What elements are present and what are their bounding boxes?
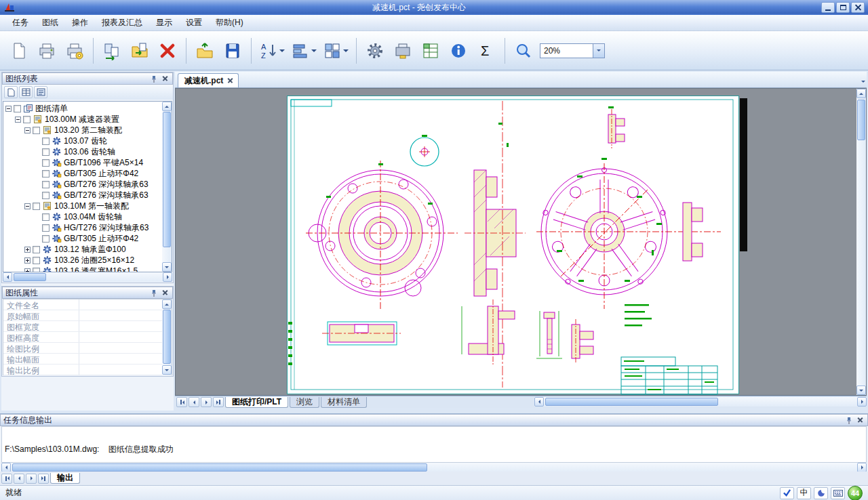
drawing-canvas[interactable] — [175, 88, 867, 396]
ime-keyboard-button[interactable] — [831, 487, 845, 499]
new-sheet-button[interactable] — [4, 86, 18, 98]
tree-vertical-scrollbar[interactable] — [162, 102, 172, 272]
prop-row[interactable]: 绘图比例 — [3, 343, 172, 354]
scrollbar-thumb[interactable] — [545, 398, 718, 406]
panel-close-button[interactable] — [855, 416, 865, 425]
prop-row[interactable]: 输出幅面 — [3, 354, 172, 364]
checkbox[interactable] — [42, 170, 50, 178]
scrollbar-thumb[interactable] — [14, 273, 46, 281]
settings-button[interactable] — [361, 36, 389, 66]
document-tab[interactable]: 减速机.pct — [178, 73, 239, 87]
tree-item[interactable]: GB/T305 止动环Φ42 — [3, 168, 172, 179]
prop-row[interactable]: 图框高度 — [3, 332, 172, 343]
prop-value[interactable] — [79, 332, 172, 342]
publish-button[interactable] — [389, 36, 416, 66]
props-vertical-scrollbar[interactable] — [162, 299, 172, 375]
tree-item[interactable]: 103.12 轴承盖Φ100 — [3, 244, 172, 255]
checkbox[interactable] — [33, 257, 40, 264]
checkbox[interactable] — [23, 116, 31, 123]
checkbox[interactable] — [14, 105, 21, 112]
tree-item[interactable]: 103.04M 齿轮轴 — [3, 211, 172, 222]
checkbox[interactable] — [33, 127, 40, 134]
output-horizontal-scrollbar[interactable] — [1, 463, 867, 472]
expand-icon[interactable] — [24, 257, 31, 264]
scroll-left-button[interactable] — [3, 272, 12, 282]
report-button[interactable] — [417, 36, 444, 66]
minimize-button[interactable] — [821, 2, 835, 13]
first-page-button[interactable] — [176, 397, 187, 407]
prop-row[interactable]: 图框宽度 — [3, 321, 172, 332]
last-page-button[interactable] — [213, 397, 224, 407]
layout-button[interactable] — [288, 36, 319, 66]
collapse-icon[interactable] — [24, 127, 31, 133]
menu-display[interactable]: 显示 — [149, 15, 179, 30]
tree-item[interactable]: 103.20 第二轴装配 — [3, 125, 172, 136]
print-setup-button[interactable] — [61, 36, 88, 66]
scroll-right-button[interactable] — [857, 463, 867, 472]
check-button[interactable] — [780, 487, 794, 499]
menu-settings[interactable]: 设置 — [179, 15, 209, 30]
sort-button[interactable]: A Z — [256, 36, 288, 66]
checkbox[interactable] — [33, 246, 40, 253]
tree-item[interactable]: 103.07 齿轮 — [3, 136, 172, 146]
prop-value[interactable] — [79, 354, 172, 364]
prev-button[interactable] — [14, 474, 24, 484]
tree-item[interactable]: GB/T1096 平键A5×14 — [3, 157, 172, 168]
scrollbar-thumb[interactable] — [857, 100, 865, 140]
scroll-left-button[interactable] — [534, 397, 544, 407]
tree-item[interactable]: GB/T305 止动环Φ42 — [3, 233, 172, 244]
scroll-up-button[interactable] — [856, 89, 866, 98]
prop-row[interactable]: 原始幅面 — [3, 310, 172, 321]
maximize-button[interactable] — [836, 2, 850, 13]
import-drawings-button[interactable] — [98, 36, 125, 66]
next-page-button[interactable] — [201, 397, 212, 407]
last-button[interactable] — [38, 474, 49, 484]
canvas-horizontal-scrollbar[interactable] — [534, 397, 867, 407]
tree-item[interactable]: GB/T276 深沟球轴承63 — [3, 190, 172, 201]
checkbox[interactable] — [42, 148, 50, 156]
checkbox[interactable] — [42, 213, 50, 221]
menu-operation[interactable]: 操作 — [65, 15, 95, 30]
chevron-down-icon[interactable] — [311, 49, 317, 55]
menu-report[interactable]: 报表及汇总 — [95, 15, 149, 30]
scroll-up-button[interactable] — [162, 299, 172, 309]
collapse-icon[interactable] — [5, 106, 12, 112]
tab-list-button[interactable] — [861, 75, 865, 85]
tree-item[interactable]: 103.00M 减速器装置 — [3, 114, 172, 125]
prop-value[interactable] — [79, 321, 172, 331]
first-button[interactable] — [1, 474, 12, 484]
menu-drawing[interactable]: 图纸 — [35, 15, 65, 30]
print-button[interactable] — [33, 36, 60, 66]
scroll-right-button[interactable] — [857, 397, 867, 407]
prop-row[interactable]: 文件全名 — [3, 299, 172, 310]
prev-page-button[interactable] — [189, 397, 199, 407]
checkbox[interactable] — [33, 203, 40, 210]
menu-task[interactable]: 任务 — [5, 15, 35, 30]
scroll-up-button[interactable] — [162, 102, 172, 111]
checkbox[interactable] — [42, 192, 50, 199]
ime-speed-badge[interactable]: 44 — [848, 486, 863, 500]
panel-close-button[interactable] — [160, 289, 170, 297]
prop-value[interactable] — [79, 299, 172, 310]
checkbox[interactable] — [42, 138, 50, 145]
table-view-button[interactable] — [19, 86, 33, 98]
collapse-icon[interactable] — [15, 117, 21, 123]
pin-button[interactable] — [149, 75, 159, 83]
tree-item[interactable]: 103.26 油圈25×16×12 — [3, 255, 172, 266]
checkbox[interactable] — [33, 268, 40, 273]
tree-item[interactable]: GB/T276 深沟球轴承63 — [3, 179, 172, 190]
zoom-combobox[interactable]: 20% — [540, 43, 605, 58]
pin-button[interactable] — [844, 416, 854, 425]
new-button[interactable] — [5, 36, 33, 66]
next-button[interactable] — [26, 474, 37, 484]
scroll-left-button[interactable] — [1, 463, 11, 472]
zoom-dropdown-button[interactable] — [593, 44, 604, 58]
prop-value[interactable] — [79, 364, 172, 375]
canvas-vertical-scrollbar[interactable] — [856, 89, 866, 395]
zoom-button[interactable] — [510, 36, 537, 66]
ime-mode-button[interactable]: 中 — [797, 487, 811, 499]
save-button[interactable] — [219, 36, 246, 66]
prop-value[interactable] — [79, 310, 172, 320]
tab-bom[interactable]: 材料清单 — [321, 397, 367, 408]
expand-icon[interactable] — [24, 247, 31, 253]
